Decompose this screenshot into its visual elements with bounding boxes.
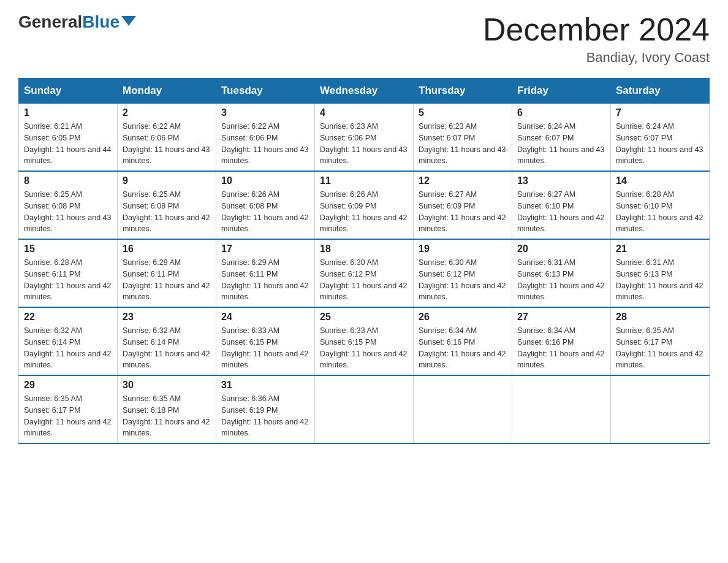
calendar-day-cell: 4 Sunrise: 6:23 AM Sunset: 6:06 PM Dayli… — [315, 104, 414, 172]
calendar-week-row: 15 Sunrise: 6:28 AM Sunset: 6:11 PM Dayl… — [19, 239, 710, 307]
day-number: 29 — [24, 380, 112, 391]
day-info: Sunrise: 6:28 AM Sunset: 6:11 PM Dayligh… — [24, 257, 112, 303]
calendar-week-row: 8 Sunrise: 6:25 AM Sunset: 6:08 PM Dayli… — [19, 171, 710, 239]
calendar-day-cell: 20 Sunrise: 6:31 AM Sunset: 6:13 PM Dayl… — [512, 239, 611, 307]
day-info: Sunrise: 6:22 AM Sunset: 6:06 PM Dayligh… — [221, 121, 309, 167]
column-header-thursday: Thursday — [414, 79, 512, 104]
calendar-day-cell: 28 Sunrise: 6:35 AM Sunset: 6:17 PM Dayl… — [611, 307, 710, 375]
calendar-week-row: 22 Sunrise: 6:32 AM Sunset: 6:14 PM Dayl… — [19, 307, 710, 375]
calendar-day-cell: 21 Sunrise: 6:31 AM Sunset: 6:13 PM Dayl… — [611, 239, 710, 307]
calendar-day-cell: 1 Sunrise: 6:21 AM Sunset: 6:05 PM Dayli… — [19, 104, 118, 172]
day-info: Sunrise: 6:31 AM Sunset: 6:13 PM Dayligh… — [616, 257, 704, 303]
logo-triangle-icon — [121, 16, 136, 26]
day-number: 3 — [221, 107, 309, 118]
day-info: Sunrise: 6:29 AM Sunset: 6:11 PM Dayligh… — [221, 257, 309, 303]
calendar-week-row: 29 Sunrise: 6:35 AM Sunset: 6:17 PM Dayl… — [19, 375, 710, 443]
day-number: 24 — [221, 312, 309, 323]
day-number: 17 — [221, 243, 309, 255]
day-info: Sunrise: 6:22 AM Sunset: 6:06 PM Dayligh… — [123, 121, 211, 167]
calendar-day-cell: 11 Sunrise: 6:26 AM Sunset: 6:09 PM Dayl… — [315, 171, 414, 239]
day-info: Sunrise: 6:35 AM Sunset: 6:18 PM Dayligh… — [123, 393, 211, 439]
day-info: Sunrise: 6:23 AM Sunset: 6:07 PM Dayligh… — [419, 121, 507, 167]
calendar-day-cell: 12 Sunrise: 6:27 AM Sunset: 6:09 PM Dayl… — [414, 171, 512, 239]
calendar-day-cell: 5 Sunrise: 6:23 AM Sunset: 6:07 PM Dayli… — [414, 104, 512, 172]
day-number: 1 — [24, 107, 112, 118]
day-number: 31 — [221, 380, 309, 391]
day-number: 11 — [320, 175, 408, 186]
day-info: Sunrise: 6:31 AM Sunset: 6:13 PM Dayligh… — [517, 257, 605, 303]
day-info: Sunrise: 6:35 AM Sunset: 6:17 PM Dayligh… — [616, 325, 704, 371]
day-number: 20 — [517, 243, 605, 255]
day-info: Sunrise: 6:35 AM Sunset: 6:17 PM Dayligh… — [24, 393, 112, 439]
calendar-day-cell: 29 Sunrise: 6:35 AM Sunset: 6:17 PM Dayl… — [19, 375, 118, 443]
day-info: Sunrise: 6:33 AM Sunset: 6:15 PM Dayligh… — [320, 325, 408, 371]
day-info: Sunrise: 6:28 AM Sunset: 6:10 PM Dayligh… — [616, 189, 704, 235]
calendar-day-cell: 13 Sunrise: 6:27 AM Sunset: 6:10 PM Dayl… — [512, 171, 611, 239]
day-info: Sunrise: 6:25 AM Sunset: 6:08 PM Dayligh… — [123, 189, 211, 235]
calendar-day-cell: 24 Sunrise: 6:33 AM Sunset: 6:15 PM Dayl… — [216, 307, 315, 375]
calendar-day-cell: 15 Sunrise: 6:28 AM Sunset: 6:11 PM Dayl… — [19, 239, 118, 307]
day-number: 7 — [616, 107, 704, 118]
calendar-day-cell — [414, 375, 512, 443]
column-header-tuesday: Tuesday — [216, 79, 315, 104]
day-info: Sunrise: 6:27 AM Sunset: 6:10 PM Dayligh… — [517, 189, 605, 235]
day-info: Sunrise: 6:25 AM Sunset: 6:08 PM Dayligh… — [24, 189, 112, 235]
day-number: 21 — [616, 243, 704, 255]
day-number: 22 — [24, 312, 112, 323]
day-number: 14 — [616, 175, 704, 186]
month-title: December 2024 — [483, 12, 710, 47]
calendar-week-row: 1 Sunrise: 6:21 AM Sunset: 6:05 PM Dayli… — [19, 104, 710, 172]
day-number: 10 — [221, 175, 309, 186]
day-info: Sunrise: 6:30 AM Sunset: 6:12 PM Dayligh… — [419, 257, 507, 303]
column-header-saturday: Saturday — [611, 79, 710, 104]
day-info: Sunrise: 6:34 AM Sunset: 6:16 PM Dayligh… — [517, 325, 605, 371]
calendar-day-cell: 30 Sunrise: 6:35 AM Sunset: 6:18 PM Dayl… — [118, 375, 216, 443]
column-header-wednesday: Wednesday — [315, 79, 414, 104]
calendar-table: SundayMondayTuesdayWednesdayThursdayFrid… — [18, 78, 710, 444]
logo-blue-text: Blue — [82, 12, 119, 32]
calendar-day-cell: 2 Sunrise: 6:22 AM Sunset: 6:06 PM Dayli… — [118, 104, 216, 172]
calendar-day-cell: 14 Sunrise: 6:28 AM Sunset: 6:10 PM Dayl… — [611, 171, 710, 239]
day-info: Sunrise: 6:26 AM Sunset: 6:08 PM Dayligh… — [221, 189, 309, 235]
calendar-day-cell — [512, 375, 611, 443]
day-number: 30 — [123, 380, 211, 391]
column-header-friday: Friday — [512, 79, 611, 104]
logo-general-text: General — [18, 12, 82, 32]
location-label: Bandiay, Ivory Coast — [483, 50, 710, 66]
day-number: 9 — [123, 175, 211, 186]
column-header-sunday: Sunday — [19, 79, 118, 104]
day-info: Sunrise: 6:33 AM Sunset: 6:15 PM Dayligh… — [221, 325, 309, 371]
calendar-day-cell: 3 Sunrise: 6:22 AM Sunset: 6:06 PM Dayli… — [216, 104, 315, 172]
day-info: Sunrise: 6:26 AM Sunset: 6:09 PM Dayligh… — [320, 189, 408, 235]
day-number: 23 — [123, 312, 211, 323]
day-number: 5 — [419, 107, 507, 118]
day-number: 28 — [616, 312, 704, 323]
page-header: General Blue December 2024 Bandiay, Ivor… — [18, 12, 710, 66]
day-info: Sunrise: 6:24 AM Sunset: 6:07 PM Dayligh… — [616, 121, 704, 167]
day-info: Sunrise: 6:24 AM Sunset: 6:07 PM Dayligh… — [517, 121, 605, 167]
calendar-day-cell: 7 Sunrise: 6:24 AM Sunset: 6:07 PM Dayli… — [611, 104, 710, 172]
calendar-day-cell: 23 Sunrise: 6:32 AM Sunset: 6:14 PM Dayl… — [118, 307, 216, 375]
column-header-monday: Monday — [118, 79, 216, 104]
calendar-day-cell: 8 Sunrise: 6:25 AM Sunset: 6:08 PM Dayli… — [19, 171, 118, 239]
calendar-day-cell: 25 Sunrise: 6:33 AM Sunset: 6:15 PM Dayl… — [315, 307, 414, 375]
calendar-day-cell: 9 Sunrise: 6:25 AM Sunset: 6:08 PM Dayli… — [118, 171, 216, 239]
day-info: Sunrise: 6:32 AM Sunset: 6:14 PM Dayligh… — [123, 325, 211, 371]
day-number: 16 — [123, 243, 211, 255]
day-number: 15 — [24, 243, 112, 255]
day-number: 26 — [419, 312, 507, 323]
day-number: 27 — [517, 312, 605, 323]
day-info: Sunrise: 6:23 AM Sunset: 6:06 PM Dayligh… — [320, 121, 408, 167]
calendar-day-cell: 27 Sunrise: 6:34 AM Sunset: 6:16 PM Dayl… — [512, 307, 611, 375]
calendar-header-row: SundayMondayTuesdayWednesdayThursdayFrid… — [19, 79, 710, 104]
calendar-day-cell: 22 Sunrise: 6:32 AM Sunset: 6:14 PM Dayl… — [19, 307, 118, 375]
day-info: Sunrise: 6:30 AM Sunset: 6:12 PM Dayligh… — [320, 257, 408, 303]
calendar-day-cell: 6 Sunrise: 6:24 AM Sunset: 6:07 PM Dayli… — [512, 104, 611, 172]
calendar-day-cell — [315, 375, 414, 443]
day-info: Sunrise: 6:32 AM Sunset: 6:14 PM Dayligh… — [24, 325, 112, 371]
calendar-day-cell — [611, 375, 710, 443]
day-number: 8 — [24, 175, 112, 186]
calendar-day-cell: 16 Sunrise: 6:29 AM Sunset: 6:11 PM Dayl… — [118, 239, 216, 307]
day-info: Sunrise: 6:34 AM Sunset: 6:16 PM Dayligh… — [419, 325, 507, 371]
calendar-day-cell: 18 Sunrise: 6:30 AM Sunset: 6:12 PM Dayl… — [315, 239, 414, 307]
